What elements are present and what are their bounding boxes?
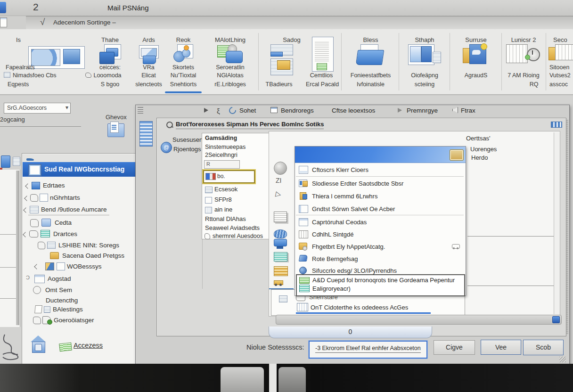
menu-item[interactable]: Thiera l cemmd 6Lrwhrs [295,190,466,203]
menu-item[interactable]: CdhlhL Sintgdé [295,229,466,241]
ribbon-caption[interactable]: AgraudS [451,72,500,79]
list-box[interactable]: R [204,160,240,169]
nav-arrow-icon[interactable] [204,107,208,114]
dropdown-arrow-icon[interactable]: ▾ [65,104,68,111]
ribbon-caption[interactable]: NGlAlotas [204,72,257,79]
ok-button[interactable]: Vee [481,340,521,355]
check-icon[interactable]: √ [40,17,45,27]
ribbon-caption[interactable]: Eqpests [8,81,87,88]
ribbon-caption[interactable]: 7 AM Rioing [502,72,545,79]
list-item[interactable]: shermrel Auesdoos [213,233,263,239]
ribbon-caption[interactable]: ceicces: [87,64,133,71]
home-icon[interactable] [29,335,47,353]
menu-item[interactable]: Slodiesse Erdter Saotsdbcte Sbsr [295,178,466,190]
stacked-list-icon[interactable] [270,44,294,57]
menu-item[interactable]: Gndtst Sórwn Salvet Oe Acber [295,203,466,215]
projector-icon[interactable] [273,239,287,249]
apply-button[interactable]: Scob [523,340,564,355]
list-shortcut-icon[interactable] [13,157,20,166]
quickbar-label[interactable]: Adecenlom Sortinge – [53,19,116,26]
teal-list-icon[interactable] [274,252,287,261]
toolbar-item-cftse[interactable]: Cftse leoextsos [332,107,375,114]
ribbon-caption[interactable]: Looomoda [74,72,133,79]
ribbon-caption[interactable]: S bgoo [87,81,133,88]
stacked-list2-icon[interactable] [270,58,294,77]
table-icon[interactable] [274,212,287,222]
list-item[interactable]: Rttonal DlAhas [205,215,246,222]
menu-item[interactable]: Cftoscrs Klerr Cioers [295,164,466,176]
screen-share-icon[interactable] [217,44,244,65]
toolbar-item-premnrgye[interactable]: Premnrgye [407,107,438,114]
new-folder-icon[interactable] [107,122,124,137]
menu-extra-item[interactable]: OnT Cidoterthe ks odedeess AcGes [311,304,408,311]
ribbon-caption[interactable]: slencteots [133,81,164,88]
ribbon-caption[interactable]: asscoc [549,81,573,88]
ribbon-caption[interactable]: TBadieurs [260,81,298,88]
toolbar-item-sohet[interactable]: Sohet [239,107,256,114]
gold-list-icon[interactable] [274,266,288,276]
menu-item[interactable]: Caprtóruhal Ceodas [295,216,466,229]
ribbon-caption[interactable]: VRa [133,64,164,71]
printer-icon[interactable] [357,44,385,68]
close-button[interactable]: Cigve [434,340,475,355]
monitor-icon[interactable] [408,44,441,67]
list-item[interactable]: ain ine [214,206,232,213]
play-icon[interactable]: ▷ [275,189,282,199]
ribbon-caption[interactable]: Fapealraits [6,64,87,71]
document-icon[interactable] [0,17,7,27]
list-item[interactable]: Ecsesok [214,186,237,193]
xi-icon[interactable]: ξ [217,107,220,115]
ribbon-caption[interactable]: Oiofeäpng [401,72,449,79]
menu-item[interactable]: Rote Berngefsag [295,253,466,265]
ribbon-caption[interactable]: Skortets [165,64,202,71]
grid-bottle-icon[interactable] [548,44,573,61]
ribbon-caption[interactable]: rE.Lribloges [204,81,257,88]
list-item[interactable]: 2Seicelhngri [205,152,237,158]
ribbon-caption[interactable]: Ivfoinatisle [343,81,398,88]
menu-header-button[interactable] [450,149,464,161]
ribbon-caption[interactable]: Seroeratlin [204,64,257,71]
nav-shortcut-icon[interactable] [1,155,10,168]
flag-icon[interactable] [398,107,402,114]
ribbon-caption[interactable]: RQ [523,81,545,88]
menu-item[interactable]: Fhgetbrt Ely hAppetAtcatg. [295,241,466,253]
scrollbar-thumb[interactable] [552,316,560,323]
people-icon[interactable] [172,44,194,65]
ribbon-caption[interactable]: Ercal Pacald [302,81,343,88]
horizontal-scrollbar[interactable] [276,315,562,325]
tall-document-icon[interactable] [312,37,336,73]
refresh-icon[interactable] [229,107,236,115]
sheet-clock-icon[interactable] [506,44,541,67]
window-icon[interactable] [270,107,278,114]
mini-scrollbar[interactable] [16,171,19,325]
sound-icon[interactable] [452,107,458,114]
pane-vscrollbar[interactable] [554,132,560,314]
tree-item-selected[interactable]: Sud Real IWGbcncrsstiag [23,162,141,177]
resize-grip[interactable] [559,357,566,362]
search-input[interactable]: SrG.AGoescors ▾ [4,103,71,114]
focused-field[interactable]: -3 Ekrorom Eteef Ral enhfer Aabsxceton [309,341,427,359]
ribbon-caption[interactable]: scteiing [401,81,449,88]
toolbar-item-ftrax[interactable]: Ftrax [461,107,475,114]
list-item[interactable]: SFPr8 [214,196,232,203]
list-header[interactable]: Gamsäding [205,135,237,141]
menu-item-selected[interactable]: A&D Cuepd fol brronoqrots tine Gordeama … [296,274,465,296]
zi-glyph-icon[interactable]: ZI [276,177,281,184]
ribbon-caption[interactable]: Snehtiorts [165,81,202,88]
app-window-icon[interactable] [463,44,489,67]
sphere-icon[interactable] [274,162,287,175]
ribbon-caption[interactable]: Vutses2 [549,72,573,79]
globe-lines-icon[interactable] [274,229,287,238]
ribbon-caption[interactable]: Cemtlios [300,72,343,79]
ribbon-caption[interactable]: Fonieestatfbets [343,72,398,79]
mail-out-icon[interactable] [138,44,160,65]
list-item[interactable]: Sinstemueepas [205,144,246,150]
toolbar-item-bendroregs[interactable]: Bendroregs [281,107,314,114]
truck-icon[interactable] [274,280,285,286]
ribbon-caption[interactable]: Elicat [133,72,164,79]
mini-window-icon[interactable] [551,122,562,128]
access-link[interactable]: Accezess [74,342,103,349]
ribbon-caption[interactable]: Sitooen [549,64,573,71]
folder-pages-icon[interactable] [99,44,121,65]
list-item[interactable]: Seaweel Aviadsedts [205,224,260,231]
